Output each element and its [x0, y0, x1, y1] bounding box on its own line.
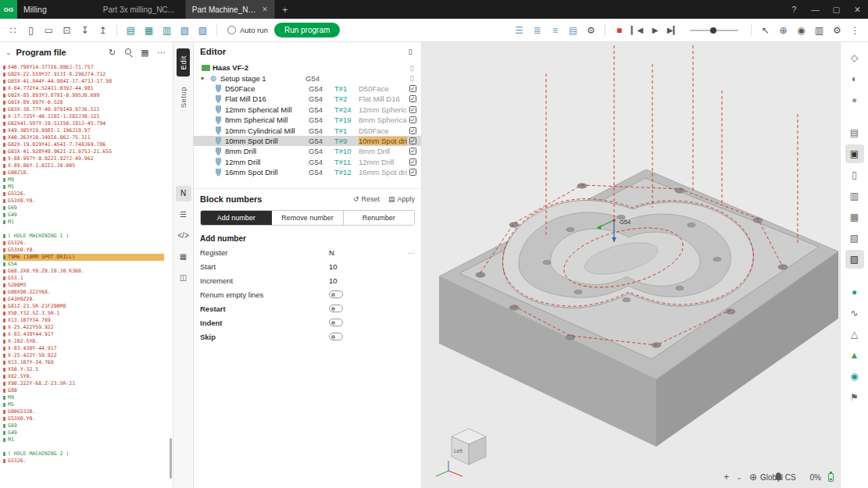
tool-row[interactable]: Flat Mill D16G54T#2Flat Mill D16✓ [194, 94, 421, 104]
side-tab-setup[interactable]: Setup [177, 80, 190, 115]
setup-node[interactable]: ▾ ⊛ Setup stage 1 G54 ▯ [194, 73, 421, 83]
gcode-line[interactable]: X-17.725Y-40.118I-1.282J30.121 [3, 113, 173, 120]
gcode-line[interactable]: X50.Y32.5Z-3.5R-1 [3, 310, 173, 317]
shaded-view-icon[interactable]: ◐ [845, 69, 864, 88]
gcode-line[interactable]: X13.107Y-34.769 [3, 359, 173, 366]
register-more-icon[interactable]: ⋯ [401, 248, 415, 257]
tab-remove-number[interactable]: Remove number [272, 211, 343, 225]
report-table-icon[interactable]: ▨ [195, 22, 211, 38]
viewport-canvas[interactable]: G54 Left [422, 42, 840, 488]
gcode-line[interactable]: X-25.422Y59.922 [3, 324, 173, 331]
gcode-line[interactable]: G80 [3, 387, 173, 394]
gcode-line[interactable]: G5326. [3, 240, 173, 247]
tool-checkbox[interactable]: ✓ [409, 95, 416, 102]
gcode-line[interactable] [3, 443, 173, 451]
tool-table-icon[interactable]: ▦ [141, 22, 157, 38]
gcode-line[interactable]: G02X-85.893Y3.879I-0.995J0.699 [3, 92, 173, 99]
tool-checkbox[interactable]: ✓ [409, 148, 416, 155]
gcode-line[interactable]: ( HOLE MACHINING 1 ) [3, 233, 173, 240]
tab-renumber[interactable]: Renumber [344, 211, 414, 225]
new-tab-button[interactable]: + [275, 0, 295, 19]
tool-row[interactable]: 12mm Spherical MillG54T#2412mm Spherical… [194, 105, 421, 115]
tool-checkbox[interactable]: ✓ [409, 137, 416, 144]
gcode-line[interactable]: M1 [3, 436, 173, 443]
indent-toggle[interactable] [329, 319, 343, 326]
curve-analysis-icon[interactable]: ∿ [845, 304, 864, 322]
gcode-line[interactable]: X-83.438Y-44.917 [3, 345, 173, 352]
gcode-line[interactable]: G02X-19.029Y41.454I-7.748J69.786 [3, 141, 173, 148]
code-snippets-tool-icon[interactable]: </> [176, 228, 191, 244]
snap-settings-icon[interactable]: ⊕ [775, 22, 791, 38]
section-view-icon[interactable]: ▨ [845, 250, 864, 269]
export-file-icon[interactable]: ↥ [95, 22, 111, 38]
gcode-line[interactable]: X13.107Y34.769 [3, 317, 173, 324]
gcode-line[interactable]: S200M3 [3, 282, 173, 289]
gcode-line[interactable]: X82.5Y0. [3, 373, 173, 380]
layout-view-icon[interactable]: ▤ [565, 22, 581, 38]
align-left-view-icon[interactable]: ☰ [511, 22, 527, 38]
tool-checkbox[interactable]: ✓ [409, 116, 416, 123]
block-numbers-tool-icon[interactable]: N [176, 186, 191, 201]
increment-value[interactable]: 10 [329, 276, 401, 285]
gcode-line[interactable]: G03X-38.77Y-49.979I49.97J6.511 [3, 106, 173, 113]
gcode-line[interactable]: M5 [3, 401, 173, 408]
gcode-line[interactable]: G53X0.Y0. [3, 247, 173, 254]
gcode-line[interactable]: X-84.772Y4.524I1.039J-44.981 [3, 85, 173, 92]
tab-close-icon[interactable]: ✕ [262, 5, 268, 13]
document-icon[interactable]: ▯ [405, 48, 415, 55]
gcode-line[interactable]: G43H9Z20. [3, 296, 173, 303]
align-list-view-icon[interactable]: ≡ [547, 22, 563, 38]
gcode-line[interactable]: G53.1 [3, 275, 173, 282]
gcode-line[interactable]: ( HOLE MACHINING 2 ) [3, 451, 173, 458]
gcode-line[interactable]: G00Z18. [3, 169, 173, 176]
gcode-line[interactable]: G49 [3, 212, 173, 219]
save-file-icon[interactable]: ⊡ [59, 22, 75, 38]
gcode-line[interactable]: G01X-89.997Y-0.528 [3, 99, 173, 106]
surface-analysis-icon[interactable]: △ [845, 325, 864, 344]
fixture-view-icon[interactable]: ▯ [845, 166, 864, 184]
new-file-icon[interactable]: ▯ [23, 22, 39, 38]
gcode-line[interactable]: G53X0.Y0. [3, 415, 173, 422]
line-operations-tool-icon[interactable]: ☰ [176, 207, 191, 223]
work-offsets-icon[interactable]: ▥ [159, 22, 175, 38]
minimize-button[interactable]: — [805, 0, 826, 19]
renum-empty-lines-toggle[interactable] [329, 290, 343, 298]
tool-checkbox[interactable]: ✓ [409, 169, 416, 176]
gcode-line[interactable]: X40.798Y14.377I6.886J-71.757 [3, 64, 173, 71]
simulation-settings-icon[interactable]: ⚙ [583, 22, 599, 38]
step-back-button[interactable]: ▎◀ [629, 22, 645, 38]
play-button[interactable]: ▶ [647, 22, 663, 38]
tool-row[interactable]: 16mm Spot DrillG54T#1216mm Spot drill✓ [194, 167, 421, 177]
app-settings-icon[interactable]: ⚙ [829, 22, 845, 38]
deviation-analysis-icon[interactable]: ◉ [845, 367, 864, 386]
tool-display-icon[interactable]: ▥ [845, 187, 864, 205]
close-button[interactable]: ✕ [847, 0, 868, 19]
more-options-icon[interactable]: ⋮ [847, 22, 863, 38]
gcode-line[interactable]: G68.2X0.Y0.Z0.I0.J0.K360. [3, 268, 173, 275]
gcode-line[interactable]: T9M6 (10MM SPOT DRILL) [3, 254, 164, 261]
collapse-icon[interactable]: ⌄ [5, 48, 12, 56]
gcode-line[interactable]: G02X41.597Y-19.51I50.191J-45.794 [3, 120, 173, 127]
tool-row[interactable]: 10mm Spot DrillG54T#910mm Spot drill✓ [194, 136, 421, 146]
gcode-line[interactable]: X-88.997Y-0.022I.927J-49.962 [3, 155, 173, 162]
grid-view-icon[interactable]: ▦ [139, 47, 151, 59]
gcode-line[interactable]: X-89.86Y-1.02I1.J0.005 [3, 162, 173, 169]
gcode-line[interactable]: X49.305Y19.998I-1.196J19.97 [3, 127, 173, 134]
flag-marker-icon[interactable]: ⚑ [845, 388, 864, 407]
stop-button[interactable]: ■ [611, 22, 627, 38]
tool-row[interactable]: 8mm Spherical MillG54T#198mm Spherical m… [194, 115, 421, 125]
gcode-line[interactable]: X90.222Y-68.Z-23.5R-21 [3, 380, 173, 387]
document-icon[interactable]: ▯ [407, 74, 416, 82]
run-program-button[interactable]: Run program [274, 23, 340, 37]
pointer-mode-icon[interactable]: ↖ [757, 22, 773, 38]
tool-row[interactable]: D50FaceG54T#1D50Face✓ [194, 84, 421, 94]
gcode-line[interactable]: G53X0.Y0. [3, 198, 173, 205]
auto-run-toggle[interactable]: Auto run [227, 26, 268, 34]
user-account-icon[interactable]: ◉ [793, 22, 809, 38]
apps-menu-icon[interactable]: ∷ [5, 22, 21, 38]
edit-table-icon[interactable]: ▧ [177, 22, 193, 38]
tab-part-machine[interactable]: Part Machine_NCt... ✕ [186, 0, 275, 19]
tab-part-3x-milling[interactable]: Part 3x milling_NC... [97, 0, 186, 19]
import-file-icon[interactable]: ↧ [77, 22, 93, 38]
gcode-line[interactable]: G00X90.222Y68. [3, 289, 173, 296]
